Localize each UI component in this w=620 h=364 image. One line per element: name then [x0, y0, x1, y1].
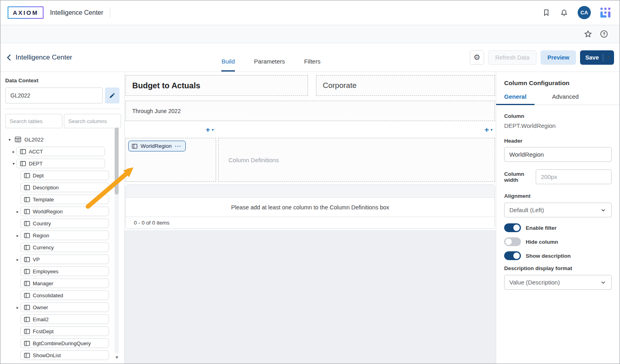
tab-advanced[interactable]: Advanced [544, 93, 587, 105]
top-bar: AXIOM Intelligence Center CA [0, 0, 620, 25]
description-format-label: Description display format [504, 265, 612, 271]
caret-right-icon[interactable]: ▸ [11, 149, 16, 154]
sidebar-scrollbar-track[interactable] [115, 127, 119, 354]
hide-column-toggle[interactable] [504, 237, 521, 246]
tree-node-label: Country [33, 221, 51, 227]
tree-row-currency[interactable]: Currency [5, 241, 119, 253]
add-row-definition-button[interactable]: + ▾ [206, 124, 214, 135]
back-link[interactable]: Intelligence Center [7, 54, 72, 62]
sidebar-scrollbar-down-arrow[interactable]: ▼ [115, 355, 119, 360]
caret-right-icon[interactable]: ▸ [15, 257, 20, 262]
caret-right-icon[interactable]: ▸ [15, 233, 20, 238]
tree-row-region[interactable]: ▸Region [5, 229, 119, 241]
tree-root[interactable]: GL2022 [15, 137, 44, 143]
tree-node-label: Dept [33, 173, 44, 179]
tree-node[interactable]: Description [20, 183, 109, 192]
grid-items-count: 0 - 0 of 0 items [126, 217, 495, 229]
notifications-bell-icon[interactable] [560, 8, 568, 17]
app-window: AXIOM Intelligence Center CA [0, 0, 620, 364]
tree-node[interactable]: Manager [20, 278, 109, 288]
tree-node-label: Currency [33, 245, 54, 251]
tree-node[interactable]: FcstDept [20, 326, 109, 336]
column-icon [24, 305, 30, 310]
tree-node[interactable]: Currency [20, 243, 109, 252]
search-columns-input[interactable] [64, 114, 121, 128]
tree-row-dept[interactable]: ▾DEPT [5, 157, 119, 169]
tree-node[interactable]: WorldRegion [20, 207, 109, 216]
settings-gear-button[interactable]: ⚙ [470, 50, 484, 65]
add-column-definition-button[interactable]: + ▾ [485, 124, 493, 135]
show-description-toggle[interactable] [504, 251, 521, 260]
tree-node[interactable]: Owner [20, 302, 109, 312]
tab-build[interactable]: Build [221, 58, 234, 72]
header-input[interactable] [504, 147, 612, 162]
header-label: Header [504, 138, 612, 144]
row-definitions-box[interactable]: WorldRegion ··· [125, 138, 216, 182]
tree-row-consolidated[interactable]: Consolidated [5, 289, 119, 301]
search-tables-input[interactable] [5, 114, 62, 128]
favorite-star-icon[interactable] [584, 30, 592, 38]
refresh-data-button[interactable]: Refresh Data [488, 50, 537, 65]
tree-row-email2[interactable]: Email2 [5, 313, 119, 325]
user-avatar[interactable]: CA [578, 6, 591, 19]
tree-node[interactable]: BgtCombineDuringQuery [20, 338, 109, 348]
report-period-box[interactable]: Through June 2022 [125, 101, 495, 121]
preview-button[interactable]: Preview [541, 50, 576, 65]
tab-parameters[interactable]: Parameters [254, 58, 285, 72]
column-width-input[interactable] [536, 169, 612, 184]
edit-data-context-button[interactable] [105, 88, 119, 103]
tree-node[interactable]: Employees [20, 267, 109, 276]
caret-right-icon[interactable]: ▸ [15, 209, 20, 214]
help-icon[interactable]: ? [600, 30, 608, 38]
worldregion-chip[interactable]: WorldRegion ··· [128, 141, 186, 151]
tree-node[interactable]: Country [20, 219, 109, 228]
tree-row-fcstdept[interactable]: FcstDept [5, 325, 119, 337]
alignment-select[interactable]: Default (Left) [504, 203, 612, 217]
tree-node[interactable]: Dept [20, 171, 109, 180]
column-definitions-box[interactable]: Column Definitions [218, 138, 495, 182]
tree-row-country[interactable]: Country [5, 217, 119, 229]
tree-row-description[interactable]: Description [5, 181, 119, 193]
enable-filter-label: Enable filter [526, 225, 556, 231]
tab-filters[interactable]: Filters [304, 58, 320, 72]
tree-row-acct[interactable]: ▸ACCT [5, 145, 119, 157]
tree-node[interactable]: Template [20, 195, 109, 204]
description-format-select[interactable]: Value (Description) [504, 275, 612, 290]
tree-node[interactable]: Region [20, 231, 109, 240]
tab-general[interactable]: General [496, 93, 535, 105]
tree-node[interactable]: VP [20, 255, 109, 264]
report-entity-box[interactable]: Corporate [316, 75, 495, 96]
caret-right-icon[interactable]: ▸ [15, 305, 20, 310]
apps-grid-icon[interactable] [600, 7, 611, 18]
tree-node[interactable]: Consolidated [20, 290, 109, 300]
tree-row-template[interactable]: Template [5, 193, 119, 205]
bookmark-icon[interactable] [542, 8, 550, 17]
save-button[interactable]: Save ▾ [580, 50, 614, 65]
chip-menu-icon[interactable]: ··· [175, 143, 181, 149]
tree-node-label: Consolidated [33, 292, 63, 298]
enable-filter-toggle[interactable] [504, 223, 521, 232]
column-icon [24, 185, 30, 190]
report-title-box[interactable]: Budget to Actuals [125, 75, 308, 96]
tree-row-owner[interactable]: ▸Owner [5, 301, 119, 313]
plus-icon: + [206, 126, 210, 133]
tree-row-vp[interactable]: ▸VP [5, 253, 119, 265]
tree-node[interactable]: ShowOnList [20, 350, 109, 360]
data-context-input[interactable] [5, 88, 103, 103]
tree-row-manager[interactable]: Manager [5, 277, 119, 289]
tree-node[interactable]: Email2 [20, 314, 109, 324]
caret-down-icon[interactable]: ▾ [7, 137, 12, 142]
tree-row-worldregion[interactable]: ▸WorldRegion [5, 205, 119, 217]
tree-node[interactable]: DEPT [16, 159, 105, 168]
tree-node-label: BgtCombineDuringQuery [33, 340, 91, 346]
sidebar-scrollbar-thumb[interactable] [115, 127, 119, 195]
tree-node[interactable]: ACCT [16, 147, 105, 156]
tree-row-employees[interactable]: Employees [5, 265, 119, 277]
column-icon [20, 161, 26, 166]
save-dropdown-caret-icon[interactable]: ▾ [603, 55, 609, 60]
caret-down-icon[interactable]: ▾ [11, 161, 16, 166]
tree-row-dept[interactable]: Dept [5, 169, 119, 181]
tree-row-bgtcombineduringquery[interactable]: BgtCombineDuringQuery [5, 337, 119, 349]
tree-row-gl2022[interactable]: ▾GL2022 [5, 133, 119, 145]
tree-row-showonlist[interactable]: ShowOnList [5, 349, 119, 361]
